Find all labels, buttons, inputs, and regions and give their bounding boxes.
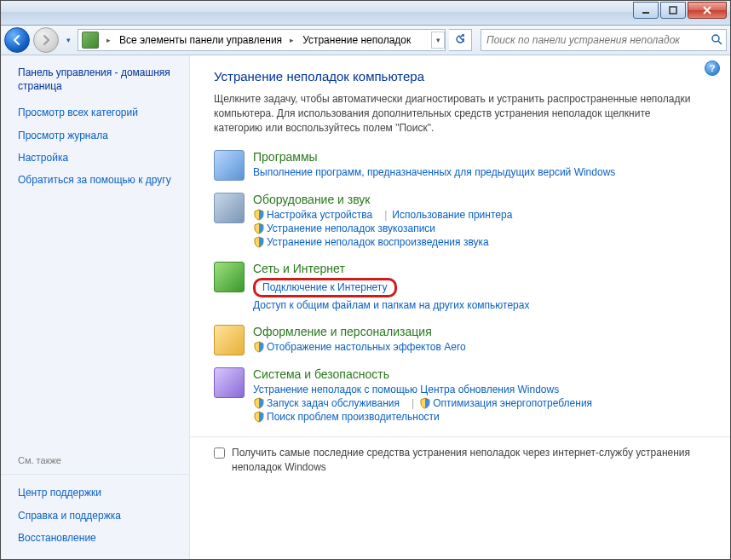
breadcrumb-root-chevron[interactable]: ▸ (102, 36, 114, 44)
titlebar (1, 1, 730, 26)
link-shared-files[interactable]: Доступ к общим файлам и папкам на других… (253, 299, 529, 311)
link-audio-playback[interactable]: Устранение неполадок воспроизведения зву… (267, 236, 489, 248)
svg-point-2 (712, 35, 719, 42)
address-bar[interactable]: ▸ Все элементы панели управления ▸ Устра… (78, 29, 446, 51)
category-title-system[interactable]: Система и безопасность (253, 367, 713, 381)
link-maintenance[interactable]: Запуск задач обслуживания (267, 397, 400, 409)
side-link-history[interactable]: Просмотр журнала (18, 129, 177, 142)
shield-icon (253, 236, 265, 248)
side-link-friend-help[interactable]: Обратиться за помощью к другу (18, 173, 177, 187)
category-title-hardware[interactable]: Оборудование и звук (253, 193, 713, 206)
side-link-recovery[interactable]: Восстановление (18, 531, 177, 545)
footer-row: Получить самые последние средства устран… (190, 436, 730, 476)
shield-icon (253, 222, 265, 234)
breadcrumb-expand-button[interactable]: ▾ (431, 32, 445, 49)
programs-icon (214, 150, 245, 181)
category-hardware: Оборудование и звук Настройка устройства… (214, 193, 713, 250)
troubleshoot-window: ▾ ▸ Все элементы панели управления ▸ Уст… (0, 0, 731, 560)
search-box[interactable] (481, 29, 727, 51)
side-link-view-all[interactable]: Просмотр всех категорий (18, 106, 177, 119)
shield-icon (253, 397, 265, 409)
link-run-legacy-programs[interactable]: Выполнение программ, предназначенных для… (253, 166, 615, 178)
side-link-action-center[interactable]: Центр поддержки (18, 486, 177, 499)
link-aero-effects[interactable]: Отображение настольных эффектов Aero (267, 341, 466, 353)
link-performance[interactable]: Поиск проблем производительности (267, 411, 440, 423)
side-seealso-label: См. также (18, 455, 177, 465)
category-personalization: Оформление и персонализация Отображение … (214, 325, 713, 355)
nav-back-button[interactable] (4, 27, 30, 53)
online-troubleshoot-checkbox[interactable] (214, 447, 225, 459)
category-title-personalization[interactable]: Оформление и персонализация (253, 325, 713, 338)
shield-icon (253, 411, 265, 423)
side-panel-heading[interactable]: Панель управления - домашняя страница (18, 66, 177, 93)
svg-rect-0 (642, 12, 649, 14)
link-internet-connection[interactable]: Подключение к Интернету (262, 281, 388, 293)
search-input[interactable] (485, 33, 707, 47)
breadcrumb-label: Устранение неполадок (302, 34, 411, 46)
side-link-help[interactable]: Справка и поддержка (18, 509, 177, 522)
side-panel: Панель управления - домашняя страница Пр… (1, 55, 190, 559)
page-title: Устранение неполадок компьютера (214, 69, 713, 84)
category-programs: Программы Выполнение программ, предназна… (214, 150, 713, 181)
shield-icon (253, 341, 265, 353)
breadcrumb-chevron-icon[interactable]: ▸ (285, 36, 297, 44)
maximize-button[interactable] (660, 2, 686, 19)
link-power[interactable]: Оптимизация энергопотребления (433, 397, 592, 409)
window-buttons (633, 2, 727, 19)
shield-icon (419, 397, 431, 409)
svg-line-3 (718, 41, 722, 44)
breadcrumb-label: Все элементы панели управления (119, 34, 282, 46)
category-title-programs[interactable]: Программы (253, 150, 713, 164)
category-title-network[interactable]: Сеть и Интернет (253, 262, 713, 275)
close-button[interactable] (688, 2, 727, 19)
help-icon[interactable]: ? (705, 61, 720, 76)
system-icon (214, 367, 245, 398)
breadcrumb-troubleshoot[interactable]: Устранение неполадок (297, 30, 414, 50)
link-device-setup[interactable]: Настройка устройства (267, 209, 372, 221)
side-link-settings[interactable]: Настройка (18, 151, 177, 165)
network-icon (214, 262, 245, 292)
search-icon (711, 33, 722, 48)
body: Панель управления - домашняя страница Пр… (1, 55, 730, 559)
online-troubleshoot-label[interactable]: Получить самые последние средства устран… (232, 446, 692, 473)
main-content: ? Устранение неполадок компьютера Щелкни… (190, 55, 730, 559)
navbar: ▾ ▸ Все элементы панели управления ▸ Уст… (1, 26, 730, 55)
nav-history-dropdown[interactable]: ▾ (62, 32, 74, 49)
svg-rect-1 (670, 7, 676, 14)
highlight-internet-connection: Подключение к Интернету (253, 278, 397, 297)
shield-icon (253, 209, 265, 221)
link-windows-update[interactable]: Устранение неполадок с помощью Центра об… (253, 384, 559, 395)
page-intro: Щелкните задачу, чтобы автоматически диа… (214, 92, 691, 135)
minimize-button[interactable] (633, 2, 659, 19)
hardware-icon (214, 193, 245, 223)
category-network: Сеть и Интернет Подключение к Интернету … (214, 262, 713, 313)
refresh-button[interactable] (449, 29, 472, 51)
link-audio-record[interactable]: Устранение неполадок звукозаписи (267, 222, 435, 234)
personalization-icon (214, 325, 245, 355)
nav-forward-button[interactable] (33, 27, 59, 53)
breadcrumb-all-items[interactable]: Все элементы панели управления (114, 30, 285, 50)
control-panel-icon (82, 32, 99, 49)
side-divider (1, 474, 189, 475)
category-system: Система и безопасность Устранение непола… (214, 367, 713, 424)
link-printer[interactable]: Использование принтера (392, 209, 512, 221)
